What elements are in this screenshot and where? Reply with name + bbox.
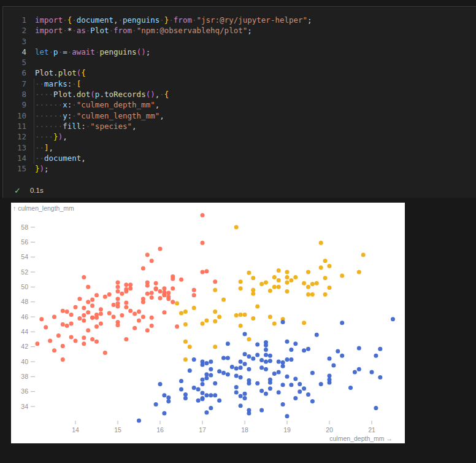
dot-gentoo <box>124 300 128 305</box>
code-editor[interactable]: 1import·{·document,·penguins·}·from·"jsr… <box>3 15 476 174</box>
dot-chinstrap <box>239 286 243 290</box>
dot-chinstrap <box>247 337 251 341</box>
dot-gentoo <box>171 300 175 304</box>
dot-gentoo <box>61 309 65 313</box>
dot-chinstrap <box>204 319 209 323</box>
code-line[interactable]: 5 <box>3 57 476 68</box>
dot-adelie <box>264 392 268 396</box>
dot-adelie <box>209 367 213 372</box>
dot-adelie <box>201 382 205 386</box>
code-line[interactable]: 2import·*·as·Plot·from·"npm:@observableh… <box>3 25 476 36</box>
line-number: 15 <box>3 163 26 174</box>
line-number: 2 <box>3 25 26 36</box>
dot-adelie <box>353 370 357 375</box>
dot-chinstrap <box>293 275 298 279</box>
code-line[interactable]: 12····}), <box>3 131 476 142</box>
line-number: 6 <box>3 68 26 78</box>
dot-adelie <box>264 348 268 352</box>
dot-adelie <box>264 360 268 364</box>
dot-gentoo <box>204 269 209 273</box>
dot-adelie <box>328 381 332 385</box>
dot-gentoo <box>112 303 116 307</box>
dot-adelie <box>259 365 264 370</box>
dot-adelie <box>226 356 230 360</box>
dot-gentoo <box>74 305 78 309</box>
dot-chinstrap <box>251 288 255 292</box>
code-line[interactable]: 15}); <box>3 163 476 174</box>
code-line[interactable]: 1import·{·document,·penguins·}·from·"jsr… <box>3 15 476 25</box>
line-number: 11 <box>3 121 26 131</box>
success-check-icon: ✓ <box>14 186 21 195</box>
code-line[interactable]: 11······fill:·"species", <box>3 121 476 131</box>
code-line[interactable]: 10······y:·"culmen_length_mm", <box>3 111 476 121</box>
dot-adelie <box>209 360 213 364</box>
dot-gentoo <box>162 310 166 314</box>
dot-chinstrap <box>217 315 221 319</box>
dot-gentoo <box>90 303 94 308</box>
dot-adelie <box>204 410 209 414</box>
dot-adelie <box>285 414 290 418</box>
code-line[interactable]: 4let·p·=·await·penguins(); <box>3 47 476 57</box>
dot-chinstrap <box>285 281 290 285</box>
code-line-content: ··], <box>35 142 53 153</box>
dot-adelie <box>259 389 264 393</box>
dot-chinstrap <box>323 259 328 263</box>
dot-gentoo <box>82 275 86 279</box>
dot-gentoo <box>154 287 158 292</box>
dot-adelie <box>234 390 239 394</box>
dot-adelie <box>209 393 213 397</box>
y-axis-tick-label: 56 <box>21 238 28 246</box>
code-line[interactable]: 6Plot.plot({ <box>3 68 476 78</box>
dot-gentoo <box>124 305 128 309</box>
dot-gentoo <box>128 286 132 290</box>
y-axis-tick-label: 38 <box>21 373 28 380</box>
dot-chinstrap <box>285 270 290 274</box>
dot-gentoo <box>150 295 154 300</box>
dot-gentoo <box>94 313 99 317</box>
dot-chinstrap <box>183 322 188 327</box>
dot-adelie <box>201 391 205 395</box>
dot-adelie <box>234 374 239 378</box>
code-line[interactable]: 13··], <box>3 142 476 153</box>
dot-gentoo <box>150 291 154 295</box>
dot-gentoo <box>103 351 107 355</box>
dot-adelie <box>285 375 290 379</box>
dot-adelie <box>285 340 290 344</box>
code-line[interactable]: 9······x:·"culmen_depth_mm", <box>3 99 476 110</box>
dot-adelie <box>255 381 259 386</box>
code-line[interactable]: 3 <box>3 36 476 47</box>
dot-adelie <box>281 364 285 368</box>
dot-adelie <box>243 396 247 400</box>
dot-gentoo <box>35 341 39 346</box>
code-line-content: ······fill:·"species", <box>35 121 137 131</box>
dot-adelie <box>201 397 205 401</box>
dot-adelie <box>306 347 310 351</box>
dot-gentoo <box>103 295 107 299</box>
code-line-content: ··document, <box>35 153 86 163</box>
dot-adelie <box>374 354 378 358</box>
dot-gentoo <box>77 297 82 301</box>
dot-gentoo <box>158 296 163 300</box>
y-axis-tick-label: 48 <box>21 298 28 305</box>
dot-gentoo <box>44 325 48 330</box>
dot-gentoo <box>65 324 69 328</box>
cell-status: ✓ 0.1s <box>3 184 44 196</box>
dot-chinstrap <box>234 313 239 317</box>
line-number: 3 <box>3 36 26 47</box>
dot-chinstrap <box>255 305 259 309</box>
dot-chinstrap <box>259 282 264 286</box>
dot-adelie <box>340 354 344 358</box>
dot-chinstrap <box>272 275 277 279</box>
dot-gentoo <box>124 282 128 287</box>
y-axis-tick-label: 46 <box>21 313 28 321</box>
dot-gentoo <box>99 312 103 316</box>
dot-gentoo <box>86 285 90 289</box>
dot-gentoo <box>82 313 86 317</box>
dot-chinstrap <box>277 278 281 282</box>
code-line[interactable]: 14··document, <box>3 153 476 163</box>
dot-gentoo <box>48 338 52 343</box>
dot-gentoo <box>145 253 150 257</box>
code-line[interactable]: 7··marks:·[ <box>3 79 476 89</box>
code-line[interactable]: 8····Plot.dot(p.toRecords(),·{ <box>3 89 476 99</box>
dot-adelie <box>277 370 281 375</box>
